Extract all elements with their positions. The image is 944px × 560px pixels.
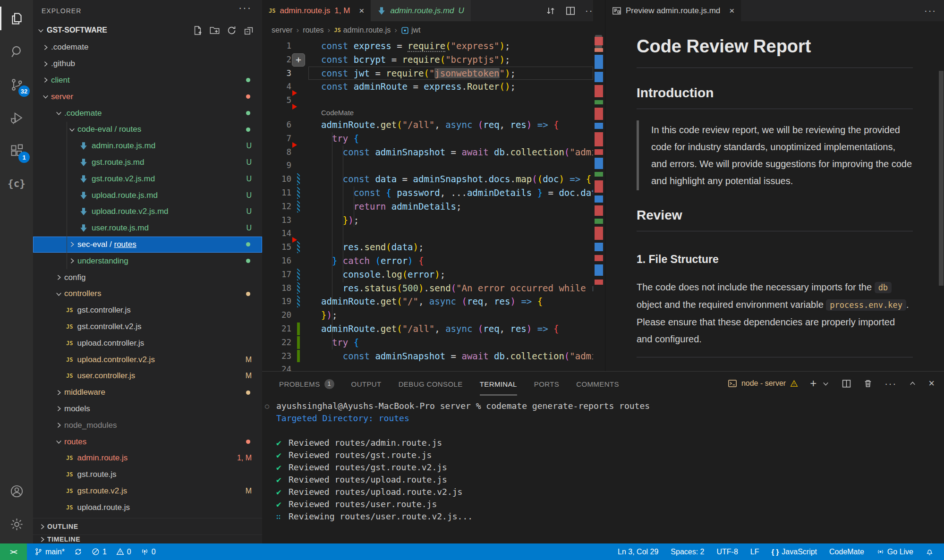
chevron-down-icon[interactable] bbox=[822, 380, 830, 388]
status-warnings[interactable]: 0 bbox=[116, 548, 131, 556]
activity-run-debug[interactable] bbox=[0, 101, 33, 134]
tree-row[interactable]: admin.route.js.mdU bbox=[33, 138, 262, 154]
code-line[interactable]: 3const jwt = require("jsonwebtoken"); bbox=[262, 67, 593, 80]
codemate-marker-icon[interactable] bbox=[292, 90, 297, 96]
status-branch[interactable]: main* bbox=[34, 548, 65, 556]
tab-preview-admin-route-js-md[interactable]: Preview admin.route.js.md× bbox=[605, 0, 741, 21]
codemate-add-button[interactable]: + bbox=[292, 53, 305, 67]
close-icon[interactable]: × bbox=[359, 6, 364, 16]
activity-settings[interactable] bbox=[0, 508, 33, 541]
code-line[interactable]: 24 bbox=[262, 363, 593, 371]
tree-row[interactable]: JSadmin.route.js1, M bbox=[33, 450, 262, 467]
refresh-icon[interactable] bbox=[227, 25, 237, 35]
breadcrumb-item[interactable]: JSadmin.route.js bbox=[334, 26, 391, 34]
chevron-up-icon[interactable] bbox=[909, 380, 917, 388]
more-actions-icon[interactable]: ··· bbox=[884, 378, 897, 389]
codelens-row[interactable]: CodeMate bbox=[262, 107, 593, 118]
codemate-marker-icon[interactable] bbox=[292, 237, 297, 243]
status-eol[interactable]: LF bbox=[750, 548, 759, 556]
command-decoration-icon[interactable]: ○ bbox=[265, 400, 269, 412]
panel-tab-terminal[interactable]: TERMINAL bbox=[480, 372, 517, 395]
status-indentation[interactable]: Spaces: 2 bbox=[671, 548, 704, 556]
tree-row[interactable]: JSupload.controller.v2.jsM bbox=[33, 351, 262, 368]
tree-row[interactable]: .codemate bbox=[33, 39, 262, 56]
workspace-section-header[interactable]: GST-SOFTWARE bbox=[33, 21, 262, 39]
activity-source-control[interactable]: 32 bbox=[0, 68, 33, 101]
panel-tab-comments[interactable]: COMMENTS bbox=[576, 372, 619, 395]
panel-tab-debug-console[interactable]: DEBUG CONSOLE bbox=[399, 372, 463, 395]
code-line[interactable]: 10 const data = adminSnapshot.docs.map((… bbox=[262, 172, 593, 186]
code-line[interactable]: 1const express = require("express"); bbox=[262, 39, 593, 53]
status-sync[interactable] bbox=[74, 548, 82, 556]
activity-search[interactable] bbox=[0, 35, 33, 68]
code-line[interactable]: 13 }); bbox=[262, 213, 593, 227]
sidebar-more-button[interactable]: ··· bbox=[238, 2, 252, 14]
close-icon[interactable]: × bbox=[729, 6, 734, 16]
tree-row[interactable]: sec-eval / routes bbox=[33, 237, 262, 253]
new-folder-icon[interactable] bbox=[210, 25, 220, 35]
activity-accounts[interactable] bbox=[0, 475, 33, 508]
tab-admin-route-js[interactable]: JSadmin.route.js1, M× bbox=[262, 0, 371, 21]
tree-row[interactable]: user.route.js.mdU bbox=[33, 220, 262, 237]
tree-row[interactable]: JSuser.controller.jsM bbox=[33, 368, 262, 384]
tree-row[interactable]: config bbox=[33, 269, 262, 286]
code-line[interactable]: 8 const adminSnapshot = await db.collect… bbox=[262, 145, 593, 159]
panel-tab-ports[interactable]: PORTS bbox=[534, 372, 559, 395]
tree-row[interactable]: middleware bbox=[33, 384, 262, 401]
tree-row[interactable]: JSgst.route.v2.jsM bbox=[33, 483, 262, 500]
trash-icon[interactable] bbox=[863, 379, 873, 388]
tree-row[interactable]: routes bbox=[33, 433, 262, 450]
panel-tab-output[interactable]: OUTPUT bbox=[351, 372, 382, 395]
tree-row[interactable]: JSgst.controllet.v2.js bbox=[33, 319, 262, 335]
code-line[interactable]: 7 try { bbox=[262, 132, 593, 145]
code-line[interactable]: 20}); bbox=[262, 308, 593, 322]
tree-row[interactable]: client bbox=[33, 72, 262, 89]
tab-admin-route-js-md[interactable]: admin.route.js.mdU bbox=[371, 0, 470, 21]
breadcrumb-item[interactable]: routes bbox=[303, 26, 323, 34]
tree-row[interactable]: gst.route.v2.js.mdU bbox=[33, 170, 262, 187]
codemate-marker-icon[interactable] bbox=[292, 142, 297, 148]
code-line[interactable]: 4const adminRoute = express.Router(); bbox=[262, 80, 593, 93]
activity-extensions[interactable]: 1 bbox=[0, 134, 33, 167]
status-go-live[interactable]: Go Live bbox=[876, 548, 913, 556]
collapse-all-icon[interactable] bbox=[244, 25, 254, 35]
status-language[interactable]: { }JavaScript bbox=[771, 548, 817, 556]
terminal-picker[interactable]: node - server bbox=[728, 379, 798, 388]
code-editor[interactable]: 1const express = require("express");2+co… bbox=[262, 39, 593, 371]
code-line[interactable]: 19adminRoute.get("/", async (req, res) =… bbox=[262, 295, 593, 308]
compare-changes-icon[interactable] bbox=[545, 6, 556, 16]
terminal-output[interactable]: ○ayushsinghal@Ayushs-MacBook-Pro server … bbox=[262, 395, 944, 543]
timeline-section[interactable]: TIMELINE bbox=[33, 535, 262, 543]
split-panel-icon[interactable] bbox=[842, 379, 851, 389]
code-line[interactable]: 15 res.send(data); bbox=[262, 240, 593, 254]
tree-row[interactable]: JSgst.controller.js bbox=[33, 302, 262, 319]
tree-row[interactable]: JSupload.route.js bbox=[33, 499, 262, 516]
code-line[interactable]: 11 const { password, ...adminDetails } =… bbox=[262, 186, 593, 200]
activity-explorer[interactable] bbox=[0, 2, 33, 35]
tree-row[interactable]: .codemate bbox=[33, 105, 262, 121]
breadcrumb-item[interactable]: jwt bbox=[401, 26, 421, 34]
tree-row[interactable]: upload.route.js.mdU bbox=[33, 187, 262, 204]
code-line[interactable]: 16 } catch (error) { bbox=[262, 254, 593, 268]
activity-codemate[interactable]: {c} bbox=[0, 167, 33, 200]
preview-scrollbar[interactable] bbox=[939, 71, 944, 286]
code-line[interactable]: 6adminRoute.get("/all", async (req, res)… bbox=[262, 118, 593, 132]
tree-row[interactable]: code-eval / routes bbox=[33, 121, 262, 138]
new-file-icon[interactable] bbox=[193, 25, 203, 35]
add-terminal-icon[interactable]: + bbox=[810, 377, 816, 390]
tree-row[interactable]: controllers bbox=[33, 286, 262, 302]
tree-row[interactable]: upload.route.v2.js.mdU bbox=[33, 204, 262, 220]
code-line[interactable]: 2+const bcrypt = require("bcryptjs"); bbox=[262, 53, 593, 67]
split-editor-icon[interactable] bbox=[565, 6, 576, 16]
code-line[interactable]: 23 const adminSnapshot = await db.collec… bbox=[262, 349, 593, 363]
minimap[interactable] bbox=[593, 0, 605, 371]
tree-row[interactable]: understanding bbox=[33, 253, 262, 269]
tree-row[interactable]: server bbox=[33, 88, 262, 105]
code-line[interactable]: 14 bbox=[262, 227, 593, 240]
status-broadcast[interactable]: 0 bbox=[141, 548, 156, 556]
tree-row[interactable]: gst.route.js.mdU bbox=[33, 154, 262, 171]
tree-row[interactable]: .github bbox=[33, 56, 262, 72]
close-icon[interactable]: × bbox=[928, 377, 935, 390]
status-cursor-position[interactable]: Ln 3, Col 29 bbox=[618, 548, 658, 556]
status-encoding[interactable]: UTF-8 bbox=[716, 548, 738, 556]
